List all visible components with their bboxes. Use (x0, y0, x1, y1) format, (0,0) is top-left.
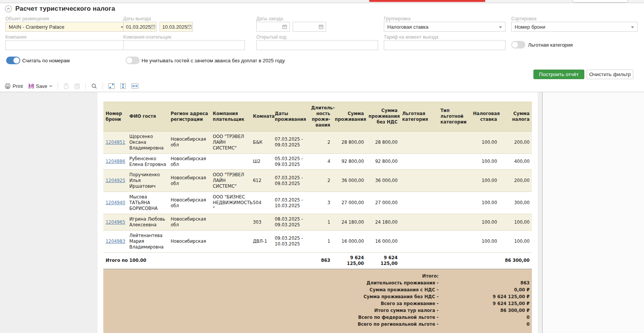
calendar-icon[interactable]: 7 (319, 24, 323, 29)
depart-to-input[interactable]: 10.03.2025 7 (160, 22, 193, 32)
col-duration: Длитель-ность прожи-вания (309, 102, 333, 132)
save-button[interactable]: Save (27, 83, 54, 90)
magnifier-icon (91, 83, 97, 89)
booking-link[interactable]: 1204925 (106, 178, 125, 183)
cell-room: 504 (251, 192, 272, 214)
report-page: Номер брони ФИО гостя Регион адреса реги… (98, 92, 538, 333)
booking-link[interactable]: 1204851 (106, 140, 125, 145)
subtotal-row: Итого по 100.00 863 9 624 125,00 9 624 1… (103, 252, 532, 269)
booking-link[interactable]: 1204940 (106, 200, 125, 205)
print-button[interactable]: Print (3, 83, 24, 90)
object-label: Объект размещения (5, 16, 49, 21)
toggle-knob (126, 57, 133, 64)
cell-dates: 07.03.2025 - 10.03.2025 (272, 192, 309, 214)
cell-rate: 100.00 (471, 153, 499, 170)
clear-filter-button[interactable]: Очистить фильтр (587, 70, 633, 79)
cell-payer (210, 230, 251, 252)
cell-region: Новосибирская обл (168, 153, 210, 170)
cell-benefit-type (438, 131, 471, 153)
cell-booking: 1204965 (103, 214, 127, 231)
arrive-to-input[interactable]: 7 (293, 22, 326, 32)
cell-rate: 100.00 (471, 131, 499, 153)
payer-input[interactable] (123, 40, 245, 50)
cell-dates: 07.03.2025 - 09.03.2025 (272, 131, 309, 153)
search-button[interactable] (90, 82, 99, 90)
count-by-rooms-label: Считать по номерам (22, 58, 70, 63)
calendar-icon[interactable]: 7 (187, 24, 192, 29)
calendar-icon[interactable]: 7 (282, 24, 287, 29)
cell-sum-no-vat: 36 000,00 (366, 170, 400, 192)
open-code-input[interactable] (256, 40, 378, 50)
cell-region: Новосибирская обл (168, 214, 210, 231)
totals-value: 863 (439, 279, 530, 286)
paste-button[interactable]: ? (62, 83, 70, 90)
booking-link[interactable]: 1204965 (106, 219, 125, 225)
cell-sum-no-vat: 28 800,00 (366, 131, 400, 153)
fit-width-button[interactable] (130, 83, 140, 89)
cell-guest: Мысова ТАТЬЯНА БОРИСОВНА (127, 192, 168, 214)
grouping-select[interactable]: Налоговая ставка (384, 22, 505, 32)
svg-text:7: 7 (189, 26, 190, 29)
cell-rate: 100.00 (471, 192, 499, 214)
col-sum-no-vat: Сумма проживания без НДС (366, 102, 400, 132)
totals-label: Всего за проживание - (381, 300, 439, 307)
printer-icon (5, 83, 11, 89)
cell-dates: 09.03.2025 - 10.03.2025 (272, 230, 309, 252)
totals-title: Итого: (422, 273, 439, 279)
chevron-down-icon (49, 85, 52, 87)
calendar-icon[interactable]: 7 (151, 24, 155, 29)
cell-payer: ООО "ТРЭВЕЛ ЛАЙН СИСТЕМС" (210, 131, 251, 153)
totals-value: 0,00 ₽ (439, 286, 530, 293)
copy-button[interactable] (73, 83, 82, 90)
build-report-button[interactable]: Построить отчёт (533, 70, 584, 79)
table-row: 1204940 Мысова ТАТЬЯНА БОРИСОВНА Новосиб… (103, 192, 532, 214)
cell-benefit-type (438, 153, 471, 170)
collapse-panel-icon[interactable] (5, 5, 12, 13)
totals-label: Сумма проживания без НДС - (364, 293, 439, 300)
cell-sum-no-vat: 27 000,00 (366, 192, 400, 214)
booking-link[interactable]: 1204886 (106, 159, 125, 164)
zoom-page-button[interactable] (107, 82, 116, 90)
top-strip (0, 0, 644, 3)
object-select[interactable]: MAIN - Cranberry Palace (5, 22, 127, 32)
totals-value: 9 624 125,00 ₽ (439, 293, 530, 300)
totals-block: Итого: Длительность проживания -863 Сумм… (103, 269, 532, 333)
cell-dates: 07.03.2025 - 09.03.2025 (272, 170, 309, 192)
arrive-from-input[interactable]: 7 (256, 22, 290, 32)
booking-link[interactable]: 1204983 (106, 239, 125, 244)
subtotal-sum: 9 624 125,00 (333, 252, 366, 269)
cell-benefit (400, 230, 438, 252)
cell-benefit-type (438, 192, 471, 214)
cell-duration: 2 (309, 170, 333, 192)
cell-guest: Щорсенко Оксана Владимировна (127, 131, 168, 153)
cell-sum: 16 000,00 (333, 230, 366, 252)
toolbar-separator (103, 83, 103, 89)
cell-benefit-type (438, 214, 471, 231)
col-payer: Компания плательщик (210, 102, 251, 132)
svg-text:7: 7 (320, 26, 322, 29)
cell-region: Новосибирская обл (168, 192, 210, 214)
cell-benefit-type (438, 170, 471, 192)
benefit-category-toggle[interactable] (511, 41, 525, 49)
top-scrollbar-thumb[interactable] (572, 0, 628, 3)
cell-sum-no-vat: 24 180,00 (366, 214, 400, 231)
cell-duration: 4 (309, 153, 333, 170)
totals-value: 0 (439, 314, 530, 321)
toggle-knob (512, 41, 518, 48)
cell-booking: 1204983 (103, 230, 127, 252)
cell-guest: Лейтенантева Мария Владимировна (127, 230, 168, 252)
cell-sum: 28 800,00 (333, 131, 366, 153)
sorting-select[interactable]: Номер брони (511, 22, 637, 32)
count-by-rooms-toggle[interactable] (6, 57, 20, 64)
cell-region: Новосибирская (168, 230, 210, 252)
table-row: 1204983 Лейтенантева Мария Владимировна … (103, 230, 532, 252)
cell-region: Новосибирская обл (168, 131, 210, 153)
exclude-advance-toggle[interactable] (126, 57, 140, 64)
cell-sum: 36 000,00 (333, 170, 366, 192)
company-input[interactable] (5, 40, 127, 50)
fit-height-button[interactable] (119, 82, 127, 90)
cell-rate: 100.00 (471, 214, 499, 231)
depart-from-input[interactable]: 01.03.2025 7 (123, 22, 157, 32)
cell-guest: Рубенсенко Елена Егоровна (127, 153, 168, 170)
tariff-input[interactable] (384, 40, 505, 50)
